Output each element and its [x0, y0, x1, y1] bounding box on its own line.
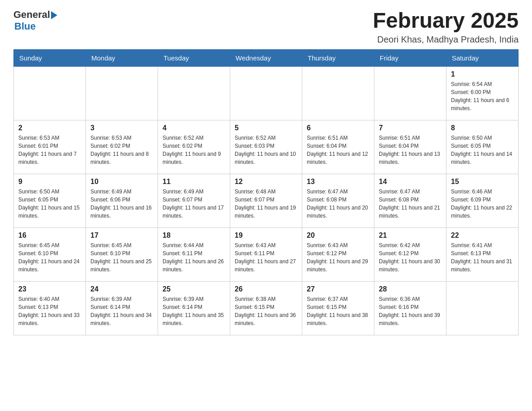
day-number: 18 [163, 231, 225, 240]
day-info: Sunrise: 6:45 AM Sunset: 6:10 PM Dayligh… [18, 241, 81, 274]
column-header-monday: Monday [86, 49, 158, 66]
day-info: Sunrise: 6:53 AM Sunset: 6:01 PM Dayligh… [18, 134, 81, 166]
day-info: Sunrise: 6:43 AM Sunset: 6:12 PM Dayligh… [307, 241, 369, 274]
column-header-saturday: Saturday [446, 49, 519, 66]
calendar-cell: 14Sunrise: 6:47 AM Sunset: 6:08 PM Dayli… [374, 174, 446, 227]
day-number: 14 [379, 178, 442, 186]
location-title: Deori Khas, Madhya Pradesh, India [373, 34, 519, 45]
calendar-week-row: 23Sunrise: 6:40 AM Sunset: 6:13 PM Dayli… [14, 281, 519, 335]
day-number: 21 [379, 231, 442, 240]
day-info: Sunrise: 6:54 AM Sunset: 6:00 PM Dayligh… [451, 80, 514, 112]
calendar-cell: 27Sunrise: 6:37 AM Sunset: 6:15 PM Dayli… [302, 281, 374, 335]
day-number: 28 [379, 285, 442, 293]
column-header-tuesday: Tuesday [158, 49, 230, 66]
calendar-cell: 8Sunrise: 6:50 AM Sunset: 6:05 PM Daylig… [446, 120, 519, 174]
day-number: 6 [307, 124, 369, 132]
day-number: 2 [18, 124, 81, 132]
day-info: Sunrise: 6:50 AM Sunset: 6:05 PM Dayligh… [18, 188, 81, 220]
logo-blue-text: Blue [14, 21, 36, 32]
day-info: Sunrise: 6:52 AM Sunset: 6:03 PM Dayligh… [235, 134, 297, 166]
logo-arrow-icon [51, 11, 57, 19]
day-number: 11 [163, 178, 225, 186]
column-header-thursday: Thursday [302, 49, 374, 66]
day-info: Sunrise: 6:53 AM Sunset: 6:02 PM Dayligh… [90, 134, 153, 166]
calendar-week-row: 16Sunrise: 6:45 AM Sunset: 6:10 PM Dayli… [14, 227, 519, 281]
column-header-sunday: Sunday [14, 49, 86, 66]
day-number: 16 [18, 231, 81, 240]
calendar-cell: 20Sunrise: 6:43 AM Sunset: 6:12 PM Dayli… [302, 227, 374, 281]
calendar-cell: 3Sunrise: 6:53 AM Sunset: 6:02 PM Daylig… [86, 120, 158, 174]
day-number: 1 [451, 70, 514, 78]
page-header: General Blue February 2025 Deori Khas, M… [13, 9, 519, 45]
day-info: Sunrise: 6:45 AM Sunset: 6:10 PM Dayligh… [90, 241, 153, 274]
day-number: 26 [235, 285, 297, 293]
day-number: 22 [451, 231, 514, 240]
calendar-cell: 21Sunrise: 6:42 AM Sunset: 6:12 PM Dayli… [374, 227, 446, 281]
calendar-header-row: SundayMondayTuesdayWednesdayThursdayFrid… [14, 49, 519, 66]
day-info: Sunrise: 6:36 AM Sunset: 6:16 PM Dayligh… [379, 295, 442, 327]
day-info: Sunrise: 6:51 AM Sunset: 6:04 PM Dayligh… [379, 134, 442, 166]
day-info: Sunrise: 6:48 AM Sunset: 6:07 PM Dayligh… [235, 188, 297, 220]
day-info: Sunrise: 6:38 AM Sunset: 6:15 PM Dayligh… [235, 295, 297, 327]
day-info: Sunrise: 6:42 AM Sunset: 6:12 PM Dayligh… [379, 241, 442, 274]
calendar-cell: 13Sunrise: 6:47 AM Sunset: 6:08 PM Dayli… [302, 174, 374, 227]
day-info: Sunrise: 6:50 AM Sunset: 6:05 PM Dayligh… [451, 134, 514, 166]
title-section: February 2025 Deori Khas, Madhya Pradesh… [373, 9, 519, 45]
calendar-week-row: 2Sunrise: 6:53 AM Sunset: 6:01 PM Daylig… [14, 120, 519, 174]
column-header-wednesday: Wednesday [230, 49, 302, 66]
day-number: 20 [307, 231, 369, 240]
day-number: 13 [307, 178, 369, 186]
day-info: Sunrise: 6:40 AM Sunset: 6:13 PM Dayligh… [18, 295, 81, 327]
day-info: Sunrise: 6:44 AM Sunset: 6:11 PM Dayligh… [163, 241, 225, 274]
day-number: 23 [18, 285, 81, 293]
calendar-cell: 17Sunrise: 6:45 AM Sunset: 6:10 PM Dayli… [86, 227, 158, 281]
day-number: 24 [90, 285, 153, 293]
calendar-cell: 10Sunrise: 6:49 AM Sunset: 6:06 PM Dayli… [86, 174, 158, 227]
calendar-cell: 28Sunrise: 6:36 AM Sunset: 6:16 PM Dayli… [374, 281, 446, 335]
calendar-cell [158, 66, 230, 120]
calendar-cell [446, 281, 519, 335]
calendar-cell: 19Sunrise: 6:43 AM Sunset: 6:11 PM Dayli… [230, 227, 302, 281]
calendar-week-row: 9Sunrise: 6:50 AM Sunset: 6:05 PM Daylig… [14, 174, 519, 227]
calendar-cell: 9Sunrise: 6:50 AM Sunset: 6:05 PM Daylig… [14, 174, 86, 227]
day-info: Sunrise: 6:39 AM Sunset: 6:14 PM Dayligh… [163, 295, 225, 327]
day-number: 7 [379, 124, 442, 132]
calendar-table: SundayMondayTuesdayWednesdayThursdayFrid… [13, 49, 519, 335]
day-info: Sunrise: 6:46 AM Sunset: 6:09 PM Dayligh… [451, 188, 514, 220]
calendar-cell [86, 66, 158, 120]
day-info: Sunrise: 6:47 AM Sunset: 6:08 PM Dayligh… [379, 188, 442, 220]
day-number: 4 [163, 124, 225, 132]
day-number: 8 [451, 124, 514, 132]
calendar-cell: 23Sunrise: 6:40 AM Sunset: 6:13 PM Dayli… [14, 281, 86, 335]
day-number: 9 [18, 178, 81, 186]
day-info: Sunrise: 6:49 AM Sunset: 6:06 PM Dayligh… [90, 188, 153, 220]
day-info: Sunrise: 6:43 AM Sunset: 6:11 PM Dayligh… [235, 241, 297, 274]
calendar-cell: 24Sunrise: 6:39 AM Sunset: 6:14 PM Dayli… [86, 281, 158, 335]
calendar-cell: 4Sunrise: 6:52 AM Sunset: 6:02 PM Daylig… [158, 120, 230, 174]
day-number: 17 [90, 231, 153, 240]
day-info: Sunrise: 6:39 AM Sunset: 6:14 PM Dayligh… [90, 295, 153, 327]
day-number: 27 [307, 285, 369, 293]
day-number: 10 [90, 178, 153, 186]
calendar-cell [230, 66, 302, 120]
calendar-cell: 16Sunrise: 6:45 AM Sunset: 6:10 PM Dayli… [14, 227, 86, 281]
day-number: 12 [235, 178, 297, 186]
calendar-cell: 11Sunrise: 6:49 AM Sunset: 6:07 PM Dayli… [158, 174, 230, 227]
calendar-cell: 25Sunrise: 6:39 AM Sunset: 6:14 PM Dayli… [158, 281, 230, 335]
day-number: 25 [163, 285, 225, 293]
calendar-cell: 2Sunrise: 6:53 AM Sunset: 6:01 PM Daylig… [14, 120, 86, 174]
calendar-cell: 5Sunrise: 6:52 AM Sunset: 6:03 PM Daylig… [230, 120, 302, 174]
calendar-cell: 15Sunrise: 6:46 AM Sunset: 6:09 PM Dayli… [446, 174, 519, 227]
calendar-cell: 7Sunrise: 6:51 AM Sunset: 6:04 PM Daylig… [374, 120, 446, 174]
calendar-cell [374, 66, 446, 120]
day-info: Sunrise: 6:52 AM Sunset: 6:02 PM Dayligh… [163, 134, 225, 166]
day-number: 3 [90, 124, 153, 132]
calendar-cell [14, 66, 86, 120]
day-number: 15 [451, 178, 514, 186]
calendar-cell [302, 66, 374, 120]
calendar-cell: 22Sunrise: 6:41 AM Sunset: 6:13 PM Dayli… [446, 227, 519, 281]
calendar-cell: 26Sunrise: 6:38 AM Sunset: 6:15 PM Dayli… [230, 281, 302, 335]
month-title: February 2025 [373, 9, 519, 33]
logo-general-text: General [13, 9, 50, 21]
day-info: Sunrise: 6:47 AM Sunset: 6:08 PM Dayligh… [307, 188, 369, 220]
